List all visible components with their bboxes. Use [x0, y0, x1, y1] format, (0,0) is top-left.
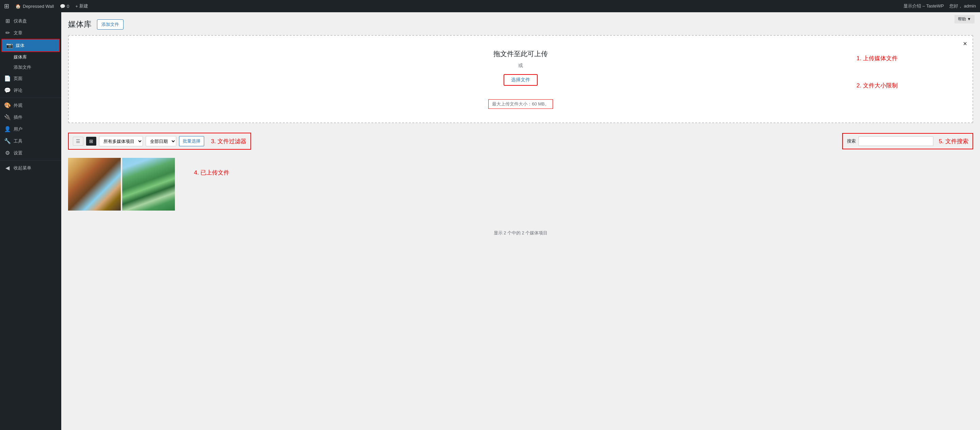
- sidebar-item-appearance[interactable]: 🎨 外观: [0, 99, 61, 111]
- grid-view-icon: ⊞: [89, 138, 93, 144]
- sidebar-item-label: 媒体: [16, 43, 24, 49]
- media-footer: 显示 2 个中的 2 个媒体项目: [68, 223, 973, 243]
- intro-text: 显示介绍 – TasteWP: [904, 3, 943, 8]
- collapse-label: 收起菜单: [14, 165, 31, 171]
- sidebar-item-label: 外观: [14, 102, 22, 108]
- date-filter[interactable]: 全部日期: [146, 136, 176, 146]
- media-content-area: ☰ ⊞ 所有多媒体项目 全部日期 批量选择 3. 文件过滤器: [68, 129, 973, 250]
- submenu-item-add-file[interactable]: 添加文件: [0, 62, 61, 73]
- sidebar-item-label: 工具: [14, 138, 22, 144]
- media-grid: [68, 155, 973, 213]
- sidebar-item-posts[interactable]: ✏ 文章: [0, 27, 61, 39]
- choose-file-button[interactable]: 选择文件: [504, 74, 538, 86]
- file-size-limit: 最大上传文件大小：60 MB。: [488, 99, 553, 109]
- sidebar-item-label: 页面: [14, 76, 22, 82]
- menu-separator: [0, 98, 61, 98]
- settings-icon: ⚙: [4, 150, 11, 156]
- media-type-filter[interactable]: 所有多媒体项目: [99, 136, 143, 146]
- tools-icon: 🔧: [4, 138, 11, 144]
- comments-icon: 💬: [60, 4, 65, 9]
- filter-annotation: 3. 文件过滤器: [211, 137, 247, 145]
- sidebar-item-label: 插件: [14, 114, 22, 121]
- site-name: Depressed Wall: [23, 4, 54, 9]
- sidebar-item-comments[interactable]: 💬 评论: [0, 84, 61, 96]
- plugins-icon: 🔌: [4, 114, 11, 121]
- sidebar-item-label: 文章: [14, 30, 22, 36]
- sidebar-item-settings[interactable]: ⚙ 设置: [0, 147, 61, 159]
- user-greeting[interactable]: 您好， admin: [950, 3, 976, 9]
- bulk-select-button[interactable]: 批量选择: [179, 136, 204, 146]
- sidebar-item-collapse[interactable]: ◀ 收起菜单: [0, 162, 61, 174]
- filter-controls: ☰ ⊞ 所有多媒体项目 全部日期 批量选择 3. 文件过滤器: [68, 133, 251, 150]
- greeting-text: 您好，: [950, 3, 963, 8]
- page-header: 媒体库 添加文件: [68, 19, 973, 30]
- list-view-icon: ☰: [76, 138, 80, 144]
- annotation-upload: 1. 上传媒体文件: [856, 54, 898, 62]
- sidebar: ⊞ 仪表盘 ✏ 文章 📷 媒体 媒体库 添加文件 📄 页面 💬: [0, 12, 61, 430]
- dashboard-icon: ⊞: [4, 18, 11, 24]
- tastewp-link[interactable]: 显示介绍 – TasteWP: [904, 3, 943, 9]
- help-label: 帮助: [958, 17, 966, 21]
- admin-bar: ⊞ 🏠 Depressed Wall 💬 0 + 新建 显示介绍 – Taste…: [0, 0, 980, 12]
- submenu-item-media-library[interactable]: 媒体库: [0, 52, 61, 62]
- username-text: admin: [964, 3, 976, 8]
- list-view-button[interactable]: ☰: [73, 137, 83, 146]
- posts-icon: ✏: [4, 30, 11, 36]
- media-item[interactable]: [122, 158, 175, 211]
- main-content: 帮助 ▼ 媒体库 添加文件 × 拖文件至此可上传 或 选择文件 最大上传文件大小…: [61, 12, 980, 430]
- plus-icon: +: [76, 4, 78, 9]
- upload-close-button[interactable]: ×: [963, 40, 967, 48]
- sidebar-item-label: 评论: [14, 87, 22, 94]
- new-content-link[interactable]: + 新建: [76, 3, 89, 9]
- sidebar-item-dashboard[interactable]: ⊞ 仪表盘: [0, 15, 61, 27]
- annotation-filesize: 2. 文件大小限制: [856, 82, 898, 89]
- upload-zone-or: 或: [76, 63, 966, 69]
- sidebar-item-label: 设置: [14, 150, 22, 156]
- users-icon: 👤: [4, 126, 11, 132]
- page-title: 媒体库: [68, 19, 92, 30]
- wp-logo-icon[interactable]: ⊞: [4, 2, 9, 10]
- upload-zone: × 拖文件至此可上传 或 选择文件 最大上传文件大小：60 MB。 1. 上传媒…: [68, 35, 973, 123]
- sidebar-item-media[interactable]: 📷 媒体: [2, 40, 59, 51]
- search-annotation: 5. 文件搜索: [939, 137, 969, 145]
- toolbar-row: ☰ ⊞ 所有多媒体项目 全部日期 批量选择 3. 文件过滤器: [68, 129, 973, 154]
- search-label: 搜索: [847, 138, 856, 144]
- sidebar-item-users[interactable]: 👤 用户: [0, 123, 61, 135]
- menu-separator-2: [0, 160, 61, 160]
- collapse-icon: ◀: [4, 165, 11, 171]
- help-arrow-icon: ▼: [967, 17, 971, 21]
- sidebar-item-label: 用户: [14, 126, 22, 132]
- site-home-icon: 🏠: [15, 4, 21, 9]
- grid-view-button[interactable]: ⊞: [86, 137, 96, 146]
- sidebar-item-label: 仪表盘: [14, 18, 27, 24]
- site-name-link[interactable]: 🏠 Depressed Wall: [15, 4, 54, 9]
- new-label: 新建: [79, 3, 88, 9]
- media-count-text: 显示 2 个中的 2 个媒体项目: [494, 230, 548, 235]
- sidebar-item-plugins[interactable]: 🔌 插件: [0, 111, 61, 123]
- sidebar-item-pages[interactable]: 📄 页面: [0, 73, 61, 84]
- comments-link[interactable]: 💬 0: [60, 4, 69, 9]
- submenu-label: 媒体库: [14, 54, 27, 60]
- sidebar-item-tools[interactable]: 🔧 工具: [0, 135, 61, 147]
- upload-zone-title: 拖文件至此可上传: [76, 49, 966, 59]
- grid-annotation: 4. 已上传文件: [194, 169, 229, 176]
- help-button[interactable]: 帮助 ▼: [955, 15, 975, 24]
- appearance-icon: 🎨: [4, 102, 11, 108]
- media-item[interactable]: [68, 158, 121, 211]
- media-icon: 📷: [6, 42, 13, 49]
- submenu-label: 添加文件: [14, 64, 31, 70]
- sidebar-item-media-wrapper: 📷 媒体: [2, 39, 60, 52]
- search-area: 搜索 5. 文件搜索: [842, 133, 973, 149]
- media-grid-container: 4. 已上传文件: [68, 155, 973, 223]
- search-input[interactable]: [859, 136, 933, 146]
- comments-menu-icon: 💬: [4, 87, 11, 94]
- add-file-button[interactable]: 添加文件: [97, 19, 124, 30]
- pages-icon: 📄: [4, 75, 11, 82]
- comments-count: 0: [67, 4, 69, 9]
